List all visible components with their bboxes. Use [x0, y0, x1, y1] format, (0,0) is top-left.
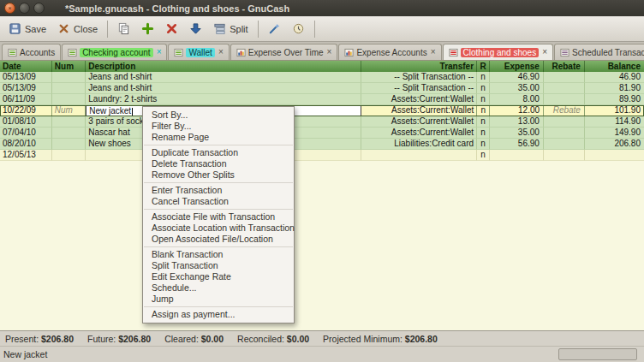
menu-item-split-transaction[interactable]: Split Transaction	[143, 260, 294, 271]
cell-description[interactable]: Laundry: 2 t-shirts	[86, 94, 361, 105]
window-minimize-button[interactable]	[19, 3, 30, 14]
menu-item-edit-exchange-rate[interactable]: Edit Exchange Rate	[143, 271, 294, 282]
window-maximize-button[interactable]	[33, 3, 45, 14]
transaction-row[interactable]: 05/13/09Jeans and t-shirt-- Split Transa…	[0, 83, 644, 94]
cell-r[interactable]: n	[477, 128, 490, 139]
duplicate-transaction-button[interactable]	[112, 20, 135, 38]
cell-balance[interactable]: 206.80	[585, 139, 644, 150]
cell-num[interactable]	[52, 139, 86, 150]
transaction-row[interactable]: 10/22/09NumNew jacketAssets:Current:Wall…	[0, 105, 644, 116]
transaction-row[interactable]: 08/20/10New shoesLiabilities:Credit card…	[0, 139, 644, 150]
cell-date[interactable]: 06/11/09	[0, 94, 52, 105]
cell-num[interactable]	[52, 94, 86, 105]
delete-transaction-button[interactable]	[160, 20, 183, 38]
cell-date[interactable]: 01/08/10	[0, 116, 52, 128]
cell-num[interactable]	[52, 150, 86, 161]
tab-accounts[interactable]: Accounts	[2, 44, 61, 60]
cell-transfer[interactable]	[361, 150, 477, 161]
cell-balance[interactable]: 114.90	[585, 116, 644, 128]
cell-balance[interactable]: 149.90	[585, 128, 644, 139]
column-header-expense[interactable]: Expense	[490, 61, 544, 72]
cell-rebate[interactable]: Rebate	[544, 105, 585, 116]
column-header-date[interactable]: Date	[0, 61, 52, 72]
cell-rebate[interactable]	[544, 150, 585, 161]
cell-num[interactable]: Num	[52, 105, 86, 116]
column-header-num[interactable]: Num	[52, 61, 86, 72]
cell-transfer[interactable]: Assets:Current:Wallet	[361, 116, 477, 128]
jump-button[interactable]	[263, 20, 286, 38]
cell-rebate[interactable]	[544, 139, 585, 150]
cell-transfer[interactable]: Liabilities:Credit card	[361, 139, 477, 150]
close-button[interactable]: Close	[52, 20, 103, 38]
cell-r[interactable]: n	[477, 150, 490, 161]
column-header-balance[interactable]: Balance	[585, 61, 644, 72]
menu-item-duplicate-transaction[interactable]: Duplicate Transaction	[143, 147, 294, 158]
cell-balance[interactable]: 81.90	[585, 83, 644, 94]
cell-rebate[interactable]	[544, 116, 585, 128]
cell-expense[interactable]: 35.00	[490, 128, 544, 139]
cell-r[interactable]: n	[477, 105, 490, 116]
cell-rebate[interactable]	[544, 83, 585, 94]
menu-item-remove-other-splits[interactable]: Remove Other Splits	[143, 169, 294, 181]
cell-transfer[interactable]: Assets:Current:Wallet	[361, 128, 477, 139]
tab-expense-over-time[interactable]: Expense Over Time×	[230, 44, 338, 60]
menu-item-associate-location-with-transaction[interactable]: Associate Location with Transaction	[143, 223, 294, 234]
cell-balance[interactable]: 101.90	[585, 105, 644, 116]
cell-r[interactable]: n	[477, 72, 490, 83]
cell-num[interactable]	[52, 72, 86, 83]
column-header-transfer[interactable]: Transfer	[361, 61, 477, 72]
cell-expense[interactable]: 56.90	[490, 139, 544, 150]
tab-close-icon[interactable]: ×	[218, 48, 224, 56]
register-empty-area[interactable]	[0, 161, 644, 330]
cell-expense[interactable]: 12.00	[490, 105, 544, 116]
cell-date[interactable]: 05/13/09	[0, 83, 52, 94]
menu-item-delete-transaction[interactable]: Delete Transaction	[143, 158, 294, 169]
tab-scheduled-transactions[interactable]: Scheduled Transactions	[554, 44, 644, 60]
transaction-row[interactable]: 12/05/13n	[0, 150, 644, 161]
column-header-r[interactable]: R	[477, 61, 490, 72]
cell-date[interactable]: 12/05/13	[0, 150, 52, 161]
cell-date[interactable]: 05/13/09	[0, 72, 52, 83]
menu-item-associate-file-with-transaction[interactable]: Associate File with Transaction	[143, 211, 294, 223]
menu-item-jump[interactable]: Jump	[143, 294, 294, 305]
tab-checking-account[interactable]: Checking account×	[62, 44, 167, 60]
split-button[interactable]: Split	[208, 20, 253, 38]
menu-item-enter-transaction[interactable]: Enter Transaction	[143, 185, 294, 196]
cell-rebate[interactable]	[544, 128, 585, 139]
enter-transaction-button[interactable]	[184, 20, 207, 38]
cell-transfer[interactable]: -- Split Transaction --	[361, 83, 477, 94]
cell-date[interactable]: 07/04/10	[0, 128, 52, 139]
cell-expense[interactable]: 35.00	[490, 83, 544, 94]
cell-rebate[interactable]	[544, 94, 585, 105]
tab-clothing-and-shoes[interactable]: Clothing and shoes×	[443, 44, 553, 60]
cell-num[interactable]	[52, 83, 86, 94]
tab-close-icon[interactable]: ×	[430, 48, 436, 56]
cell-expense[interactable]	[490, 150, 544, 161]
transaction-row[interactable]: 07/04/10Nascar hatAssets:Current:Walletn…	[0, 128, 644, 139]
cell-balance[interactable]	[585, 150, 644, 161]
column-header-description[interactable]: Description	[86, 61, 361, 72]
cell-description[interactable]: Jeans and t-shirt	[86, 72, 361, 83]
menu-item-open-associated-file-location[interactable]: Open Associated File/Location	[143, 234, 294, 245]
window-close-button[interactable]: ×	[4, 3, 15, 14]
cell-r[interactable]: n	[477, 94, 490, 105]
cell-transfer[interactable]: -- Split Transaction --	[361, 72, 477, 83]
transaction-row[interactable]: 06/11/09Laundry: 2 t-shirtsAssets:Curren…	[0, 94, 644, 105]
cell-num[interactable]	[52, 116, 86, 128]
schedule-button[interactable]	[287, 20, 310, 38]
cell-transfer[interactable]: Assets:Current:Wallet	[361, 94, 477, 105]
cell-balance[interactable]: 46.90	[585, 72, 644, 83]
cell-rebate[interactable]	[544, 72, 585, 83]
cell-expense[interactable]: 13.00	[490, 116, 544, 128]
transaction-row[interactable]: 05/13/09Jeans and t-shirt-- Split Transa…	[0, 72, 644, 83]
cell-r[interactable]: n	[477, 139, 490, 150]
transaction-row[interactable]: 01/08/103 pairs of socksAssets:Current:W…	[0, 116, 644, 128]
cell-expense[interactable]: 46.90	[490, 72, 544, 83]
cell-expense[interactable]: 8.00	[490, 94, 544, 105]
column-header-rebate[interactable]: Rebate	[544, 61, 585, 72]
cell-description[interactable]: Jeans and t-shirt	[86, 83, 361, 94]
cell-r[interactable]: n	[477, 116, 490, 128]
menu-item-rename-page[interactable]: Rename Page	[143, 132, 294, 143]
tab-expense-accounts[interactable]: Expense Accounts×	[338, 44, 441, 60]
tab-close-icon[interactable]: ×	[541, 48, 547, 56]
